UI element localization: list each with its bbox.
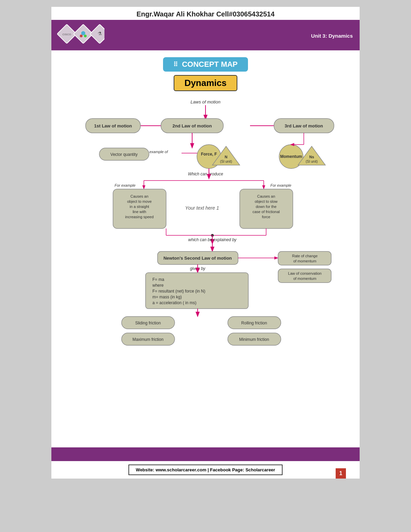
svg-text:line with: line with	[133, 210, 146, 214]
logo-svg: CISCO ⚗	[57, 24, 104, 48]
svg-text:2nd Law of motion: 2nd Law of motion	[173, 123, 212, 128]
svg-text:a = acceleration ( in ms): a = acceleration ( in ms)	[152, 300, 196, 305]
svg-text:force: force	[262, 215, 270, 219]
flowchart-svg: Laws of motion 1st Law of motion 2nd Law…	[65, 93, 346, 436]
logo-area: CISCO ⚗	[57, 24, 104, 48]
dynamics-badge: Dynamics	[174, 75, 238, 91]
svg-text:Causes an: Causes an	[130, 194, 149, 198]
svg-text:Rolling friction: Rolling friction	[241, 321, 267, 325]
svg-text:Minimum friction: Minimum friction	[239, 337, 269, 342]
svg-text:Rate of change: Rate of change	[292, 254, 318, 258]
svg-point-4	[80, 35, 83, 37]
svg-text:of momentum: of momentum	[293, 259, 316, 263]
svg-rect-70	[278, 269, 331, 283]
flowchart-container: Laws of motion 1st Law of motion 2nd Law…	[65, 93, 346, 437]
svg-text:down for the: down for the	[256, 205, 277, 209]
page-number: 1	[336, 468, 346, 479]
svg-text:case of frictional: case of frictional	[252, 210, 279, 214]
svg-text:N: N	[225, 155, 227, 159]
svg-text:in a straight: in a straight	[130, 205, 149, 209]
svg-text:object to slow: object to slow	[255, 199, 278, 203]
footer-website-text: Website: www.scholarcareer.com | Faceboo…	[136, 467, 275, 472]
content-area: ⠿ CONCEPT MAP Dynamics	[51, 50, 360, 444]
page: Engr.Waqar Ali Khokhar Cell#03065432514 …	[51, 7, 360, 479]
svg-text:m= mass (in kg): m= mass (in kg)	[152, 295, 182, 299]
svg-text:F= ma: F= ma	[152, 277, 164, 282]
svg-text:which can be explained by: which can be explained by	[188, 237, 237, 242]
concept-map-badge: ⠿ CONCEPT MAP	[163, 57, 248, 72]
concept-map-title-area: ⠿ CONCEPT MAP	[65, 57, 346, 72]
svg-text:where: where	[152, 283, 164, 288]
svg-text:Vector quantity: Vector quantity	[110, 152, 137, 157]
svg-text:For example: For example	[270, 183, 291, 187]
svg-text:Maximum  friction: Maximum friction	[133, 337, 164, 342]
unit-bar: CISCO ⚗ Unit 3: Dynamics	[51, 21, 360, 50]
top-header: Engr.Waqar Ali Khokhar Cell#03065432514	[51, 7, 360, 21]
svg-text:Your text here 1: Your text here 1	[185, 205, 219, 211]
svg-text:1st Law of motion: 1st Law of motion	[94, 123, 132, 128]
svg-text:⚗: ⚗	[98, 31, 102, 36]
unit-bar-title: Unit 3: Dynamics	[311, 33, 353, 39]
svg-text:Causes an: Causes an	[257, 194, 275, 198]
svg-text:(SI unit): (SI unit)	[306, 160, 317, 163]
svg-text:Which can produce: Which can produce	[188, 172, 223, 176]
svg-rect-67	[278, 251, 331, 265]
footer-bar	[51, 447, 360, 461]
svg-text:Force, F: Force, F	[201, 152, 217, 157]
svg-text:Laws of motion: Laws of motion	[190, 99, 220, 104]
concept-map-label: CONCEPT MAP	[182, 60, 238, 69]
svg-text:Newton's Second Law of motion: Newton's Second Law of motion	[163, 256, 232, 261]
footer-box: Website: www.scholarcareer.com | Faceboo…	[128, 465, 283, 475]
header-title: Engr.Waqar Ali Khokhar Cell#03065432514	[136, 10, 274, 18]
svg-text:Sliding friction: Sliding friction	[135, 321, 161, 325]
svg-text:CISCO: CISCO	[62, 33, 71, 36]
svg-text:F= resultant (net) force (in N: F= resultant (net) force (in N)	[152, 289, 205, 294]
svg-point-5	[84, 35, 87, 37]
svg-text:For example: For example	[114, 183, 135, 187]
svg-text:3rd Law of motion: 3rd Law of motion	[285, 123, 323, 128]
svg-text:Law of conservation: Law of conservation	[288, 271, 322, 275]
dynamics-label: Dynamics	[185, 78, 227, 88]
svg-text:Momentum: Momentum	[280, 154, 302, 159]
svg-text:increasing speed: increasing speed	[125, 215, 153, 219]
svg-point-3	[81, 31, 85, 35]
svg-text:(SI unit): (SI unit)	[220, 160, 232, 163]
svg-text:of momentum: of momentum	[293, 276, 316, 281]
dots-icon: ⠿	[173, 61, 178, 68]
svg-text:Ns: Ns	[309, 155, 314, 159]
footer-content: Website: www.scholarcareer.com | Faceboo…	[51, 461, 360, 479]
svg-text:object to move: object to move	[127, 199, 152, 203]
dynamics-title-area: Dynamics	[65, 75, 346, 91]
